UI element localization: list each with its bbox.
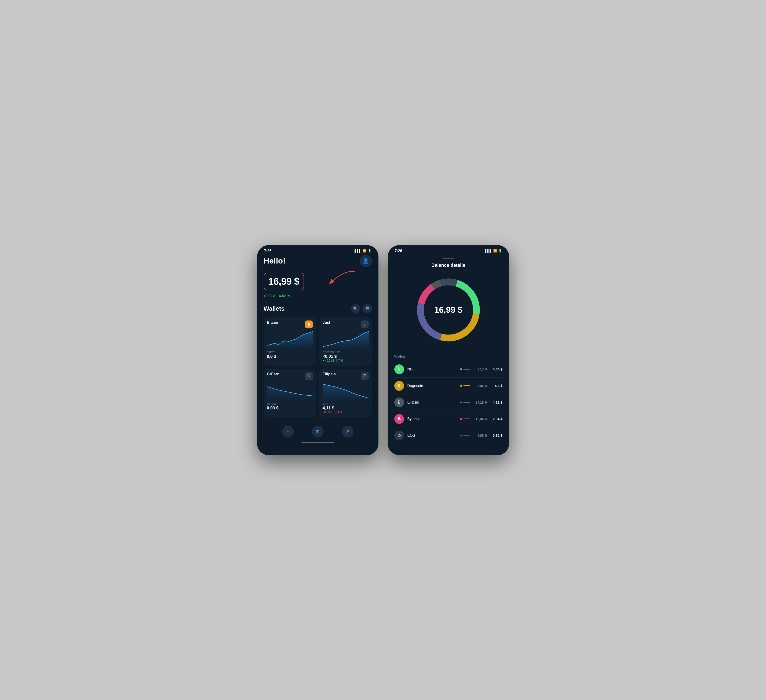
- search-icon: 🔍: [353, 306, 358, 311]
- status-time-1: 7:26: [264, 249, 272, 253]
- wifi-icon: 🛜: [362, 249, 366, 253]
- donut-center: 16,99 $: [434, 305, 462, 315]
- home-button[interactable]: ⊞: [312, 426, 324, 437]
- wallets-title: Wallets: [264, 305, 285, 312]
- doge-value: 4,6 $: [491, 384, 503, 388]
- wifi-icon-2: 🛜: [493, 249, 497, 253]
- wallet-amount-grearn: 0,03 $: [267, 405, 313, 410]
- eos-bar-dot: [460, 435, 462, 437]
- balance-box: 16,99 $: [264, 272, 304, 290]
- neo-bar-dot: [460, 368, 462, 370]
- wallet-amount-ellipsis: 4,11 $: [323, 405, 369, 410]
- eos-pct: 4,85 %: [474, 434, 487, 437]
- wallet-name-grearn: GrEarn: [267, 372, 280, 376]
- chart-grearn: [267, 382, 313, 401]
- chart-bitcoin: [267, 330, 313, 349]
- bytecoin-icon: Ƀ: [394, 414, 404, 424]
- wallet-name-just: Just: [323, 320, 331, 325]
- wallet-card-grearn[interactable]: GrEarn G 19 GST: [264, 369, 316, 417]
- wallet-amount-label-bitcoin: 0 BTC: [267, 351, 313, 354]
- wallet-change-ellipsis: −0,03 $ 0,84 %: [323, 410, 369, 414]
- home-indicator: [301, 442, 334, 443]
- doge-bar-line: [464, 385, 470, 386]
- ellipsis-value: 4,11 $: [491, 400, 503, 404]
- neo-bar: [460, 368, 470, 370]
- signal-icon-2: ▌▌▌: [485, 249, 492, 253]
- wallets-section-label: Wallets: [394, 354, 503, 358]
- wallet-icon-just: J: [361, 320, 369, 328]
- neo-pct: 27,3 %: [474, 367, 487, 371]
- phone1-content: Hello! 👤 16,99 $ +0,09 $ 0,52 %: [257, 255, 378, 449]
- change-pct: 0,52 %: [279, 294, 290, 298]
- doge-icon: Đ: [394, 381, 404, 391]
- battery-icon: 🔋: [368, 249, 372, 253]
- neo-value: 4,64 $: [491, 367, 503, 371]
- bytecoin-bar-dot: [460, 418, 462, 420]
- avatar-button[interactable]: 👤: [360, 255, 372, 267]
- wallet-name-ellipsis: Ellipsis: [323, 372, 336, 376]
- status-icons-2: ▌▌▌ 🛜 🔋: [485, 249, 502, 253]
- wallet-name-bitcoin: Bitcoin: [267, 320, 280, 325]
- bottom-nav: + ⊞ ↗: [264, 422, 372, 439]
- chart-just: [323, 330, 369, 349]
- greeting-row: Hello! 👤: [264, 255, 372, 267]
- user-icon: 👤: [362, 258, 369, 264]
- list-item-eos[interactable]: ⬡ EOS 4,85 % 0,82 $: [394, 428, 503, 444]
- wallet-card-just[interactable]: Just J 0,002559 J: [320, 317, 372, 366]
- neo-icon: N: [394, 364, 404, 374]
- phone1-frame: 7:26 ▌▌▌ 🛜 🔋 Hello! 👤 16,99 $: [257, 245, 378, 455]
- status-bar-1: 7:26 ▌▌▌ 🛜 🔋: [257, 245, 378, 255]
- eos-value: 0,82 $: [491, 434, 503, 437]
- wallet-card-header-bitcoin: Bitcoin ₿: [267, 320, 313, 328]
- change-amount: +0,09 $: [264, 294, 275, 298]
- ellipsis-name: Ellipsis: [407, 400, 457, 404]
- wallet-amount-bitcoin: 0,0 $: [267, 354, 313, 359]
- wallets-header: Wallets 🔍 ☰: [264, 304, 372, 314]
- list-item-bytecoin[interactable]: Ƀ Bytecoin 12,04 % 2,04 $: [394, 411, 503, 428]
- neo-bar-line: [464, 369, 470, 369]
- ellipsis-bar-dot: [460, 401, 462, 403]
- phone2-content: Balance details 16,99 $ Wa: [388, 258, 509, 449]
- wallet-icon-bitcoin: ₿: [305, 320, 313, 328]
- list-item-neo[interactable]: N NEO 27,3 % 4,64 $: [394, 361, 503, 378]
- signal-icon: ▌▌▌: [355, 249, 361, 253]
- bytecoin-value: 2,04 $: [491, 417, 503, 421]
- bytecoin-bar: [460, 418, 470, 420]
- phone2-frame: 7:26 ▌▌▌ 🛜 🔋 Balance details: [388, 245, 509, 455]
- external-button[interactable]: ↗: [342, 426, 353, 437]
- eos-name: EOS: [407, 434, 457, 438]
- neo-name: NEO: [407, 367, 457, 371]
- donut-chart-container: 16,99 $: [411, 272, 486, 347]
- wallet-card-ellipsis[interactable]: Ellipsis E 4,89 E: [320, 369, 372, 417]
- bytecoin-pct: 12,04 %: [474, 417, 487, 421]
- filter-button[interactable]: ☰: [362, 304, 372, 314]
- arrow-annotation: [315, 268, 357, 291]
- ellipsis-bar: [460, 401, 470, 403]
- bytecoin-name: Bytecoin: [407, 417, 457, 421]
- balance-amount: 16,99 $: [268, 276, 299, 287]
- bytecoin-bar-line: [464, 418, 470, 419]
- wallet-amount-label-ellipsis: 4,89 EPS: [323, 402, 369, 405]
- wallet-card-bitcoin[interactable]: Bitcoin ₿ 0 BTC: [264, 317, 316, 366]
- add-button[interactable]: +: [282, 426, 294, 437]
- page-title: Balance details: [394, 263, 503, 268]
- wallet-card-header-ellipsis: Ellipsis E: [323, 372, 369, 380]
- status-bar-2: 7:26 ▌▌▌ 🛜 🔋: [388, 245, 509, 255]
- arrow-icon: ↗: [345, 429, 350, 434]
- wallet-amount-just: <0,01 $: [323, 354, 369, 359]
- wallet-icon-grearn: G: [305, 372, 313, 380]
- drag-indicator: [443, 258, 454, 259]
- donut-balance: 16,99 $: [434, 305, 462, 315]
- wallet-icon-ellipsis: E: [361, 372, 369, 380]
- wallet-card-header-just: Just J: [323, 320, 369, 328]
- search-button[interactable]: 🔍: [351, 304, 360, 314]
- list-item-dogecoin[interactable]: Đ Dogecoin 27,06 % 4,6 $: [394, 378, 503, 394]
- status-time-2: 7:26: [395, 249, 402, 253]
- wallet-card-header-grearn: GrEarn G: [267, 372, 313, 380]
- ellipsis-pct: 24,19 %: [474, 401, 487, 404]
- list-item-ellipsis[interactable]: E Ellipsis 24,19 % 4,11 $: [394, 394, 503, 411]
- grid-icon: ⊞: [316, 429, 320, 434]
- balance-change-row: +0,09 $ 0,52 %: [264, 294, 372, 298]
- wallet-change-just: + <0,01 $ 0,7 %: [323, 359, 369, 362]
- wallet-grid: Bitcoin ₿ 0 BTC: [264, 317, 372, 417]
